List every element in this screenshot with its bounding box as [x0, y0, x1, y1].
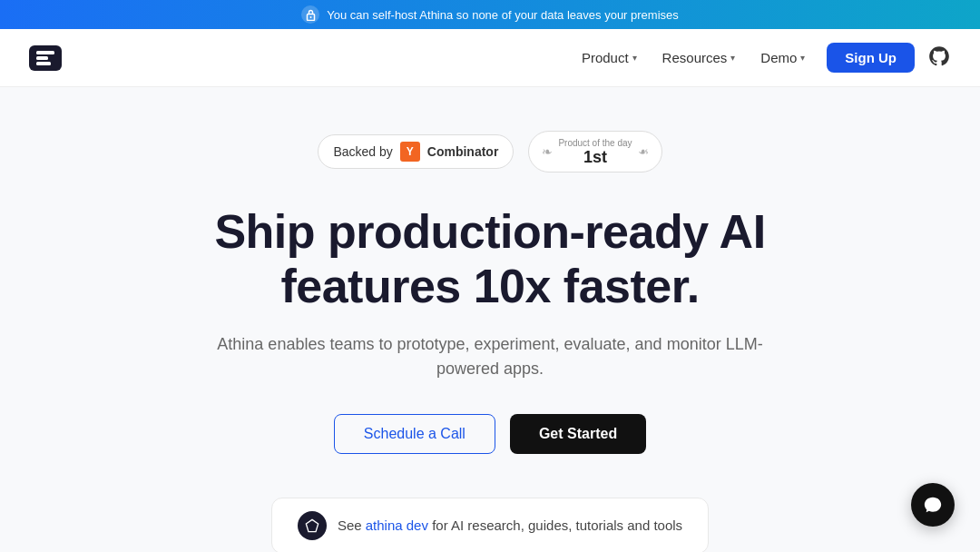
nav-resources[interactable]: Resources ▾: [662, 50, 736, 65]
signup-button[interactable]: Sign Up: [827, 43, 915, 73]
main-content: Backed by Y Combinator ❧ Product of the …: [0, 87, 980, 552]
yc-badge: Backed by Y Combinator: [318, 134, 514, 169]
product-badge: ❧ Product of the day 1st ❧: [528, 131, 662, 172]
yc-brand: Combinator: [427, 144, 499, 159]
chevron-down-icon: ▾: [800, 53, 805, 63]
logo[interactable]: [29, 45, 62, 71]
svg-rect-2: [36, 51, 54, 54]
github-icon[interactable]: [927, 44, 951, 72]
laurel-left-icon: ❧: [542, 144, 553, 159]
yc-logo: Y: [400, 142, 420, 162]
nav-product[interactable]: Product ▾: [582, 50, 637, 65]
svg-point-1: [309, 16, 311, 18]
schedule-call-button[interactable]: Schedule a Call: [334, 414, 495, 454]
athina-dev-link[interactable]: athina dev: [366, 518, 428, 533]
product-rank: 1st: [583, 149, 607, 165]
navbar: Product ▾ Resources ▾ Demo ▾ Sign Up: [0, 29, 980, 87]
laurel-right-icon: ❧: [638, 144, 649, 159]
chat-bubble-button[interactable]: [911, 483, 955, 527]
svg-rect-3: [36, 56, 48, 60]
svg-rect-4: [36, 62, 51, 65]
info-bar-text: See athina dev for AI research, guides, …: [338, 518, 682, 533]
gem-icon: [298, 511, 327, 540]
yc-prefix: Backed by: [333, 144, 392, 159]
chevron-down-icon: ▾: [730, 53, 735, 63]
lock-icon: [301, 5, 319, 24]
chevron-down-icon: ▾: [632, 53, 637, 63]
top-banner: You can self-host Athina so none of your…: [0, 0, 980, 29]
cta-buttons: Schedule a Call Get Started: [334, 414, 646, 454]
info-bar: See athina dev for AI research, guides, …: [271, 498, 709, 552]
badges-row: Backed by Y Combinator ❧ Product of the …: [318, 131, 662, 172]
hero-subtext: Athina enables teams to prototype, exper…: [209, 332, 771, 381]
nav-links: Product ▾ Resources ▾ Demo ▾: [582, 50, 805, 65]
hero-heading: Ship production-ready AI features 10x fa…: [136, 205, 844, 314]
svg-marker-5: [306, 519, 318, 531]
nav-demo[interactable]: Demo ▾: [760, 50, 805, 65]
get-started-button[interactable]: Get Started: [510, 414, 646, 454]
banner-text: You can self-host Athina so none of your…: [327, 8, 679, 22]
